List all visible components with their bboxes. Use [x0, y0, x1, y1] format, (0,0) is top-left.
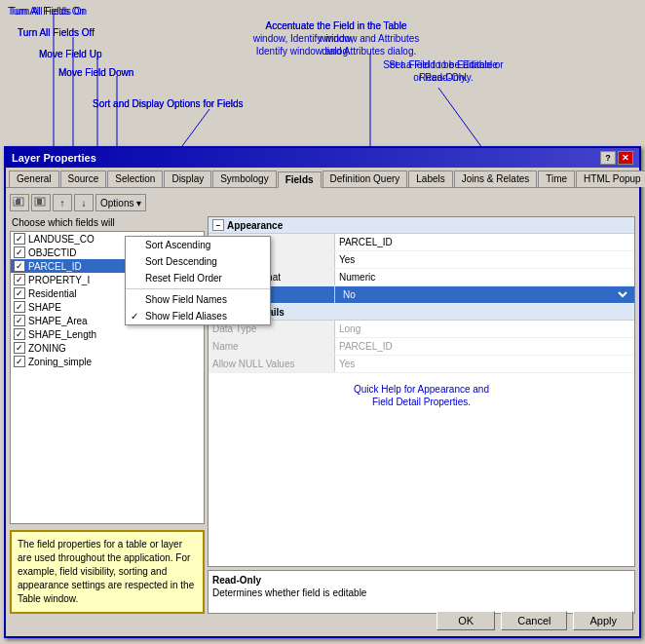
prop-number-format[interactable]: Number Format Numeric [209, 269, 634, 286]
description-box: Read-Only Determines whether field is ed… [208, 570, 635, 614]
field-item-shape-length[interactable]: SHAPE_Length [11, 327, 204, 341]
right-panel: − Appearance Alias PARCEL_ID Highlight Y… [208, 216, 635, 614]
options-label: Options ▾ [100, 198, 141, 208]
field-checkbox-residential[interactable] [14, 287, 25, 299]
content-area: ↑ ↓ Options ▾ Choose which fields will L… [6, 188, 639, 618]
ann-turn-on: Turn All Fields On [8, 5, 85, 18]
tab-labels[interactable]: Labels [408, 170, 452, 187]
field-checkbox-parcel-id[interactable] [14, 260, 25, 272]
options-dropdown-menu: Sort Ascending Sort Descending Reset Fie… [125, 236, 271, 325]
left-panel: Choose which fields will LANDUSE_CO OBJE… [10, 216, 205, 614]
ann-move-up2: Move Field Up [39, 48, 101, 60]
ann-editable: Set a Field to be Editable or Read-Only. [370, 58, 516, 84]
help-button[interactable]: ? [600, 151, 616, 165]
field-item-zoning-simple[interactable]: Zoning_simple [11, 355, 204, 368]
close-button[interactable]: ✕ [618, 151, 633, 165]
dialog-titlebar: Layer Properties ? ✕ [6, 148, 639, 168]
prop-allow-null-value: Yes [335, 356, 634, 372]
deselect-all-button[interactable] [31, 194, 51, 211]
desc-box-title: Read-Only [212, 575, 630, 586]
move-up-button[interactable]: ↑ [53, 194, 72, 211]
ok-button[interactable]: OK [436, 611, 495, 630]
prop-alias[interactable]: Alias PARCEL_ID [209, 234, 634, 251]
tab-time[interactable]: Time [538, 170, 575, 187]
options-dropdown-button[interactable]: Options ▾ [95, 194, 146, 211]
properties-grid: − Appearance Alias PARCEL_ID Highlight Y… [208, 216, 635, 567]
prop-name: Name PARCEL_ID [209, 338, 634, 356]
move-down-button[interactable]: ↓ [74, 194, 94, 211]
ann-editable2: Set a Field to be Editableor Read-Only. [370, 58, 516, 84]
prop-name-value: PARCEL_ID [335, 338, 634, 355]
info-box-text: The field properties for a table or laye… [18, 539, 194, 604]
ann-accentuate2: Accentuate the Field in the Table window… [248, 19, 424, 57]
prop-alias-value: PARCEL_ID [335, 234, 634, 250]
prop-allow-null-label: Allow NULL Values [209, 356, 335, 372]
ann-move-down: Move Field Down [58, 66, 133, 79]
prop-highlight-value: Yes [335, 251, 634, 268]
svg-rect-11 [14, 198, 17, 200]
appearance-section-header: − Appearance [209, 217, 634, 234]
prop-name-label: Name [209, 338, 335, 355]
ann-move-down2: Move Field Down [58, 66, 133, 79]
menu-sort-descending[interactable]: Sort Descending [126, 253, 270, 270]
main-panels: Choose which fields will LANDUSE_CO OBJE… [10, 216, 635, 614]
tab-fields[interactable]: Fields [278, 171, 322, 188]
ann-turn-off: Turn All Fields Off [18, 26, 95, 39]
prop-data-type-value: Long [335, 321, 634, 337]
field-checkbox-zoning-simple[interactable] [14, 356, 25, 367]
menu-separator-1 [126, 288, 270, 289]
tab-general[interactable]: General [9, 170, 59, 187]
ann-accentuate: Accentuate the Field in the Table window… [248, 19, 424, 57]
field-checkbox-property-i[interactable] [14, 274, 25, 285]
tab-symbology[interactable]: Symbology [212, 170, 276, 187]
tabs-row: General Source Selection Display Symbolo… [6, 168, 639, 188]
cancel-button[interactable]: Cancel [501, 611, 567, 630]
read-only-select[interactable]: No Yes [339, 288, 630, 301]
select-all-button[interactable] [10, 194, 29, 211]
info-box: The field properties for a table or laye… [10, 530, 205, 614]
annotation-turn-all-on: Turn All Fields On [10, 5, 87, 18]
dialog-title: Layer Properties [12, 152, 96, 164]
fields-toolbar: ↑ ↓ Options ▾ [10, 192, 635, 213]
prop-read-only[interactable]: Read-Only No Yes [209, 286, 634, 304]
field-checkbox-shape-area[interactable] [14, 315, 25, 326]
appearance-section-label: Appearance [227, 220, 283, 231]
tab-display[interactable]: Display [164, 170, 211, 187]
prop-read-only-value[interactable]: No Yes [335, 286, 634, 303]
field-checkbox-shape[interactable] [14, 301, 25, 313]
field-item-zoning[interactable]: ZONING [11, 341, 204, 355]
quick-help-area: Quick Help for Appearance andField Detai… [209, 373, 634, 418]
prop-allow-null: Allow NULL Values Yes [209, 356, 634, 373]
tab-source[interactable]: Source [60, 170, 107, 187]
field-checkbox-landuse[interactable] [14, 233, 25, 245]
prop-data-type: Data Type Long [209, 321, 634, 338]
prop-number-format-value: Numeric [335, 269, 634, 285]
quick-help-text: Quick Help for Appearance andField Detai… [212, 381, 630, 410]
layer-properties-dialog: Layer Properties ? ✕ General Source Sele… [4, 146, 641, 638]
prop-highlight[interactable]: Highlight Yes [209, 251, 634, 269]
field-checkbox-shape-length[interactable] [14, 328, 25, 340]
fields-list-label: Choose which fields will [10, 216, 205, 229]
appearance-collapse-btn[interactable]: − [212, 219, 224, 231]
field-checkbox-zoning[interactable] [14, 342, 25, 354]
dialog-buttons: OK Cancel Apply [436, 611, 633, 630]
ann-move-up: Move Field Up [39, 48, 101, 60]
field-details-section-header: − Field Details [209, 304, 634, 321]
titlebar-buttons: ? ✕ [600, 151, 633, 165]
menu-show-field-names[interactable]: Show Field Names [126, 291, 270, 308]
tab-joins-relates[interactable]: Joins & Relates [454, 170, 537, 187]
menu-sort-ascending[interactable]: Sort Ascending [126, 237, 270, 253]
ann-sort: Sort and Display Options for Fields [93, 97, 244, 110]
tab-definition-query[interactable]: Definition Query [322, 170, 408, 187]
apply-button[interactable]: Apply [573, 611, 633, 630]
tab-selection[interactable]: Selection [107, 170, 163, 187]
field-checkbox-objectid[interactable] [14, 246, 25, 258]
tab-html-popup[interactable]: HTML Popup [576, 170, 645, 187]
desc-box-text: Determines whether field is editable [212, 587, 630, 598]
ann-turn-off2: Turn All Fields Off [18, 26, 95, 39]
menu-reset-field-order[interactable]: Reset Field Order [126, 270, 270, 286]
menu-show-field-aliases[interactable]: Show Field Aliases [126, 308, 270, 324]
ann-sort2: Sort and Display Options for Fields [93, 97, 244, 110]
